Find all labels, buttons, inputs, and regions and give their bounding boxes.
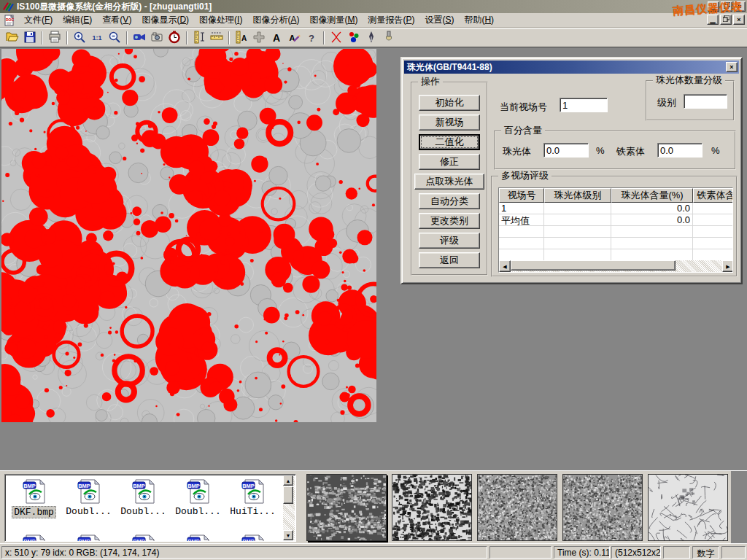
rating-table-header-cell[interactable]: 珠光体含量(%) xyxy=(611,188,693,203)
rating-table-hscrollbar[interactable]: ◀ ▶ xyxy=(499,260,733,272)
toolbar-button-caliper[interactable] xyxy=(190,30,208,46)
mdi-close-button[interactable]: × xyxy=(733,15,745,25)
file-item-4[interactable]: BMPHuiTi... xyxy=(225,479,280,518)
menu-item-4[interactable]: 图像处理(I) xyxy=(194,12,247,28)
menu-item-2[interactable]: 查看(V) xyxy=(97,12,136,28)
toolbar-button-curve-tool[interactable] xyxy=(328,30,345,46)
menu-item-7[interactable]: 测量报告(P) xyxy=(363,12,419,28)
ferrite-input[interactable] xyxy=(657,143,703,158)
file-item-partial[interactable]: BMP xyxy=(116,534,171,542)
hscroll-left-button[interactable]: ◀ xyxy=(499,260,511,272)
operation-button-2[interactable]: 二值化 xyxy=(419,134,480,150)
rating-table[interactable]: 视场号珠光体级别珠光体含量(%)铁素体含量(%)10.0平均值0.0 ◀ ▶ xyxy=(498,187,733,273)
toolbar-button-open[interactable] xyxy=(4,30,21,46)
toolbar-button-actual-size[interactable]: 1:1 xyxy=(88,30,106,46)
toolbar-button-save[interactable] xyxy=(21,30,39,46)
image-thumbnail-3[interactable] xyxy=(562,474,643,541)
toolbar-button-video-camera[interactable] xyxy=(131,30,148,46)
menu-item-9[interactable]: 帮助(H) xyxy=(459,12,499,28)
dialog-title-bar[interactable]: 珠光体(GB/T9441-88) × xyxy=(404,61,739,74)
operation-button-3[interactable]: 修正 xyxy=(419,154,480,170)
print-icon xyxy=(48,31,61,46)
file-item-partial[interactable]: BMP xyxy=(171,534,225,542)
rating-table-header-cell[interactable]: 铁素体含量(%) xyxy=(693,188,733,203)
table-cell xyxy=(544,249,611,260)
menu-item-6[interactable]: 图像测量(M) xyxy=(304,12,363,28)
toolbar-button-text[interactable]: A xyxy=(268,30,285,46)
level-input[interactable] xyxy=(684,94,727,109)
image-thumbnail-4[interactable] xyxy=(648,474,728,541)
operation-button-6[interactable]: 更改类别 xyxy=(419,213,480,229)
file-item-1[interactable]: BMPDoubl... xyxy=(61,479,116,518)
menu-item-0[interactable]: 文件(F) xyxy=(19,12,58,28)
rating-table-header-cell[interactable]: 视场号 xyxy=(499,188,544,203)
table-row[interactable] xyxy=(499,238,733,249)
image-thumbnail-0[interactable] xyxy=(306,474,387,541)
toolbar-button-zoom-out[interactable] xyxy=(106,30,123,46)
menu-item-1[interactable]: 编辑(E) xyxy=(58,12,97,28)
vscroll-up-button[interactable]: ▲ xyxy=(283,475,293,486)
vscroll-down-button[interactable]: ▼ xyxy=(283,530,293,540)
help-icon: ? xyxy=(305,31,318,46)
caliper-icon xyxy=(193,31,206,46)
operation-button-5[interactable]: 自动分类 xyxy=(419,193,480,209)
hscroll-right-button[interactable]: ▶ xyxy=(722,260,733,272)
file-item-partial[interactable]: BMP xyxy=(61,534,116,542)
toolbar-button-pen[interactable] xyxy=(363,30,380,46)
current-field-input[interactable] xyxy=(560,98,608,112)
table-row[interactable]: 平均值0.0 xyxy=(499,214,733,226)
table-cell xyxy=(611,226,693,237)
toolbar-button-measure-text[interactable]: A xyxy=(233,30,250,46)
particles-icon xyxy=(347,31,360,46)
mdi-restore-button[interactable] xyxy=(720,15,732,25)
toolbar-button-camera[interactable] xyxy=(148,30,166,46)
menu-item-5[interactable]: 图像分析(A) xyxy=(247,12,304,28)
rating-table-header-cell[interactable]: 珠光体级别 xyxy=(544,188,611,203)
operation-button-0[interactable]: 初始化 xyxy=(419,95,480,111)
minimize-button[interactable]: ▁ xyxy=(708,1,719,12)
restore-button[interactable] xyxy=(721,1,732,12)
table-cell: 0.0 xyxy=(611,214,693,225)
table-row[interactable] xyxy=(499,226,733,238)
text-icon: A xyxy=(270,31,283,46)
toolbar-button-help[interactable]: ? xyxy=(303,30,320,46)
mdi-minimize-button[interactable]: ▁ xyxy=(707,15,719,25)
close-button[interactable]: × xyxy=(734,1,746,12)
microstructure-image[interactable] xyxy=(1,49,376,422)
table-cell xyxy=(611,249,693,260)
file-item-partial[interactable]: BMP xyxy=(225,534,280,542)
table-row[interactable]: 10.0 xyxy=(499,203,733,214)
bmp-file-icon: BMP xyxy=(241,534,265,542)
toolbar-button-zoom-in[interactable] xyxy=(71,30,88,46)
document-icon[interactable]: DOC xyxy=(3,15,16,26)
hscroll-thumb[interactable] xyxy=(511,260,676,271)
edit-text-icon: A xyxy=(287,31,301,46)
menu-item-3[interactable]: 图像显示(D) xyxy=(136,12,194,28)
table-cell xyxy=(544,226,611,237)
toolbar-separator xyxy=(66,31,68,44)
toolbar-button-ruler[interactable] xyxy=(208,30,225,46)
toolbar-button-print[interactable] xyxy=(46,30,63,46)
file-item-partial[interactable]: BMP xyxy=(7,534,61,542)
toolbar-button-particles[interactable] xyxy=(345,30,363,46)
vscroll-thumb[interactable] xyxy=(283,486,293,504)
image-thumbnail-2[interactable] xyxy=(477,474,557,541)
operation-button-8[interactable]: 返回 xyxy=(419,252,480,268)
toolbar-button-edit-text[interactable]: A xyxy=(285,30,303,46)
image-thumbnail-1[interactable] xyxy=(392,474,472,541)
file-item-2[interactable]: BMPDoubl... xyxy=(116,479,171,518)
pearlite-input[interactable] xyxy=(543,143,589,158)
operation-button-4[interactable]: 点取珠光体 xyxy=(414,174,484,190)
table-row[interactable] xyxy=(499,249,733,261)
operation-button-7[interactable]: 评级 xyxy=(419,233,480,249)
toolbar-button-timer[interactable] xyxy=(166,30,183,46)
menu-item-8[interactable]: 设置(S) xyxy=(419,12,459,28)
file-list-vscrollbar[interactable]: ▲ ▼ xyxy=(283,475,295,540)
file-item-0[interactable]: BMPDKF.bmp xyxy=(7,479,61,518)
toolbar-button-crosshair[interactable] xyxy=(250,30,268,46)
toolbar-button-brush[interactable] xyxy=(380,30,398,46)
file-item-3[interactable]: BMPDoubl... xyxy=(171,479,225,518)
dialog-close-button[interactable]: × xyxy=(726,62,738,72)
operation-button-1[interactable]: 新视场 xyxy=(419,114,480,131)
table-cell xyxy=(544,203,611,214)
